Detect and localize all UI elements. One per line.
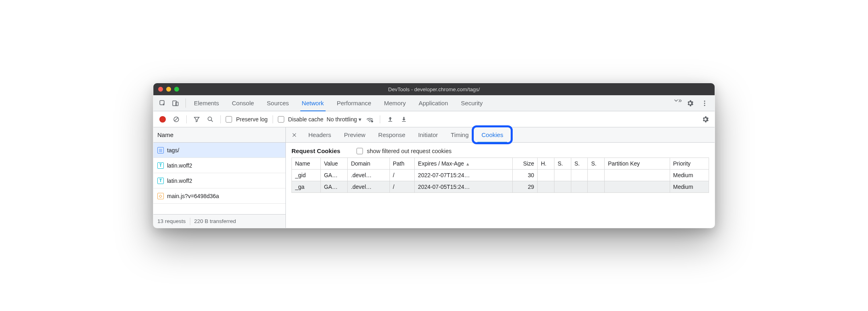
filter-icon[interactable] [192,114,202,125]
disable-cache-label: Disable cache [288,116,324,123]
svg-rect-11 [388,121,392,121]
main-tabstrip: ElementsConsoleSourcesNetworkPerformance… [153,95,715,111]
record-button[interactable] [157,114,168,125]
cookie-row[interactable]: _gidGA….devel…/2022-07-07T15:24…30Medium [292,170,709,181]
cookie-cell: / [389,170,415,181]
settings-gear-icon[interactable] [685,98,695,108]
cookies-column-header[interactable]: Path [389,158,415,170]
status-requests-count: 13 requests [157,218,186,224]
cookie-cell [588,181,605,193]
close-details-button[interactable] [287,127,301,142]
tab-sources[interactable]: Sources [261,95,295,111]
detail-tab-timing[interactable]: Timing [444,127,475,142]
close-window-button[interactable] [158,87,163,92]
cookies-column-header[interactable]: Expires / Max-Age▲ [415,158,513,170]
cookies-column-header[interactable]: Name [292,158,321,170]
tab-application[interactable]: Application [412,95,454,111]
cookies-column-header[interactable]: S. [554,158,571,170]
script-icon: ◇ [157,193,164,199]
request-row[interactable]: tags/ [153,143,285,158]
device-toolbar-icon[interactable] [170,98,181,108]
preserve-log-label: Preserve log [236,116,268,123]
detail-tabstrip: HeadersPreviewResponseInitiatorTimingCoo… [286,127,715,143]
cookie-cell: GA… [320,170,347,181]
search-icon[interactable] [205,114,216,125]
cookies-column-header[interactable]: S. [571,158,588,170]
network-toolbar: Preserve log Disable cache No throttling… [153,111,715,127]
cookie-cell: Medium [670,170,709,181]
detail-tab-headers[interactable]: Headers [302,127,338,142]
cookie-cell: .devel… [348,181,389,193]
request-list-header[interactable]: Name [153,127,285,143]
traffic-lights [158,87,179,92]
sort-indicator-icon: ▲ [465,162,470,166]
cookie-cell [554,181,571,193]
cookie-cell [538,181,554,193]
document-icon [157,147,164,153]
cookie-cell: 30 [512,170,538,181]
cookie-cell: Medium [670,181,709,193]
tab-console[interactable]: Console [226,95,261,111]
cookies-column-header[interactable]: Size [512,158,538,170]
request-row[interactable]: Tlatin.woff2 [153,158,285,173]
tab-performance[interactable]: Performance [330,95,378,111]
request-cookies-title: Request Cookies [291,147,340,154]
tab-network[interactable]: Network [295,95,330,111]
tab-security[interactable]: Security [454,95,489,111]
minimize-window-button[interactable] [166,87,171,92]
cookie-cell: 2022-07-07T15:24… [415,170,513,181]
network-split-view: Name tags/Tlatin.woff2Tlatin.woff2◇main.… [153,127,715,228]
highlight-annotation [472,125,513,144]
svg-point-4 [704,102,705,104]
request-name: latin.woff2 [167,178,192,184]
cookies-column-header[interactable]: Domain [348,158,389,170]
detail-tab-response[interactable]: Response [372,127,412,142]
svg-rect-12 [402,121,405,121]
cookies-column-header[interactable]: S. [588,158,605,170]
network-status-bar: 13 requests 220 B transferred [153,214,285,228]
request-row[interactable]: Tlatin.woff2 [153,173,285,188]
request-row[interactable]: ◇main.js?v=6498d36a [153,188,285,204]
detail-tab-preview[interactable]: Preview [338,127,372,142]
cookies-column-header[interactable]: Value [320,158,347,170]
detail-tab-initiator[interactable]: Initiator [412,127,444,142]
cookie-cell [571,170,588,181]
cookie-cell [571,181,588,193]
preserve-log-checkbox[interactable]: Preserve log [226,116,268,123]
throttling-label: No throttling [327,116,357,123]
cookie-cell: .devel… [348,170,389,181]
tab-memory[interactable]: Memory [378,95,412,111]
svg-point-5 [704,104,705,106]
detail-tab-cookies[interactable]: Cookies [475,127,509,142]
inspect-element-icon[interactable] [157,98,168,108]
svg-point-10 [371,120,373,122]
maximize-window-button[interactable] [174,87,179,92]
cookie-cell: 29 [512,181,538,193]
cookies-column-header[interactable]: Partition Key [605,158,670,170]
network-conditions-icon[interactable] [365,114,375,125]
disable-cache-checkbox[interactable]: Disable cache [278,116,324,123]
cookies-table: NameValueDomainPathExpires / Max-Age▲Siz… [291,158,709,193]
cookies-column-header[interactable]: Priority [670,158,709,170]
cookie-cell: / [389,181,415,193]
throttling-dropdown[interactable]: No throttling ▾ [327,116,361,123]
tab-elements[interactable]: Elements [187,95,226,111]
request-list-pane: Name tags/Tlatin.woff2Tlatin.woff2◇main.… [153,127,286,228]
cookies-panel: Request Cookies show filtered out reques… [286,143,715,193]
cookie-cell [605,170,670,181]
request-name: tags/ [167,147,179,153]
show-filtered-cookies-checkbox[interactable]: show filtered out request cookies [357,148,452,154]
clear-button[interactable] [171,114,181,125]
network-settings-gear-icon[interactable] [700,114,711,125]
show-filtered-cookies-label: show filtered out request cookies [367,148,452,154]
cookie-cell: _ga [292,181,321,193]
cookie-row[interactable]: _gaGA….devel…/2024-07-05T15:24…29Medium [292,181,709,193]
upload-har-icon[interactable] [385,114,395,125]
more-tabs-chevron-icon[interactable]: » [672,95,683,106]
cookies-column-header[interactable]: H. [538,158,554,170]
window-title: DevTools - developer.chrome.com/tags/ [153,86,715,92]
cookie-cell [588,170,605,181]
kebab-menu-icon[interactable] [699,98,710,108]
download-har-icon[interactable] [399,114,409,125]
cookie-cell: 2024-07-05T15:24… [415,181,513,193]
